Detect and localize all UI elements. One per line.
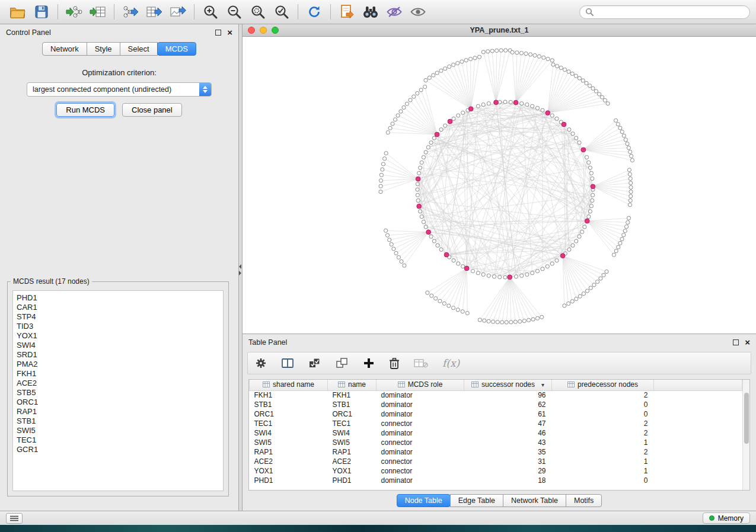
close-panel-button[interactable]: Close panel [122,103,182,117]
table-row[interactable]: SWI4SWI4dominator462 [250,428,742,438]
tab-select[interactable]: Select [120,42,158,56]
mcds-result-item[interactable]: TEC1 [17,435,219,445]
tab-node-table[interactable]: Node Table [397,494,451,507]
mcds-result-item[interactable]: PHD1 [17,293,219,303]
scrollbar-thumb[interactable] [744,393,749,444]
import-table-button[interactable] [86,2,110,22]
mcds-result-item[interactable]: STB1 [17,416,219,426]
gear-icon [255,357,267,369]
deselect-all-button[interactable] [336,354,349,372]
refresh-button[interactable] [302,2,326,22]
tab-edge-table[interactable]: Edge Table [450,494,503,507]
clone-network-button[interactable] [335,2,359,22]
zoom-in-button[interactable] [199,2,222,22]
zoom-out-icon [227,4,242,20]
panel-splitter[interactable] [238,24,243,511]
table-header-row: shared namenameMCDS rolesuccessor nodes▾… [250,380,742,390]
mcds-result-item[interactable]: ACE2 [17,379,219,388]
table-row[interactable]: FKH1FKH1dominator962 [250,390,742,400]
network-graph[interactable] [243,37,756,334]
mcds-result-item[interactable]: ORC1 [17,398,219,407]
clone-network-icon [340,4,354,20]
splitter-collapse-icons[interactable] [239,264,241,275]
close-table-panel-icon[interactable]: × [745,339,750,345]
zoom-out-button[interactable] [222,2,246,22]
mcds-result-item[interactable]: GCR1 [17,445,219,454]
mcds-result-item[interactable]: YOX1 [17,331,219,341]
table-row[interactable]: TEC1TEC1connector472 [250,419,742,428]
delete-column-button[interactable] [389,354,400,372]
float-table-panel-icon[interactable] [733,339,739,345]
network-window-title: YPA_prune.txt_1 [470,26,528,34]
status-bar: Memory [0,511,756,525]
search-input[interactable] [596,8,744,16]
trash-icon [389,357,400,370]
run-mcds-button[interactable]: Run MCDS [56,103,114,117]
table-settings-button[interactable] [255,354,267,372]
show-all-button[interactable] [406,2,430,22]
add-column-button[interactable] [363,354,375,372]
table-row[interactable]: PHD1PHD1dominator180 [250,476,742,485]
mcds-result-item[interactable]: SWI5 [17,426,219,435]
table-row[interactable]: ORC1ORC1dominator610 [250,409,742,419]
mcds-result-item[interactable]: RAP1 [17,407,219,416]
column-header-predecessor-nodes[interactable]: predecessor nodes [552,380,654,390]
open-file-button[interactable] [6,2,30,22]
zoom-fit-button[interactable] [246,2,270,22]
tab-motifs[interactable]: Motifs [566,494,602,507]
search-input-container[interactable] [579,5,750,19]
optimization-criterion-select[interactable]: largest connected component (undirected) [27,82,212,97]
table-row[interactable]: SWI5SWI5connector431 [250,438,742,447]
mcds-result-item[interactable]: STP4 [17,312,219,322]
network-window-titlebar: YPA_prune.txt_1 [243,24,756,37]
memory-button-label: Memory [718,514,744,523]
mcds-result-item[interactable]: FKH1 [17,369,219,379]
table-row[interactable]: YOX1YOX1connector291 [250,466,742,476]
network-canvas[interactable] [243,37,756,334]
float-panel-icon[interactable] [215,30,221,36]
import-network-button[interactable] [62,2,86,22]
mcds-result-item[interactable]: SWI4 [17,341,219,350]
zoom-selected-button[interactable] [270,2,294,22]
table-row[interactable]: ACE2ACE2connector311 [250,457,742,466]
table-scrollbar[interactable] [742,380,749,490]
window-minimize-icon[interactable] [260,27,267,34]
function-builder-button[interactable]: f(x) [442,354,460,372]
select-all-button[interactable] [308,354,321,372]
table-row[interactable]: STB1STB1dominator620 [250,400,742,409]
tab-network-table[interactable]: Network Table [503,494,566,507]
mcds-result-item[interactable]: CAR1 [17,303,219,312]
mcds-result-item[interactable]: STB5 [17,388,219,398]
search-network-button[interactable] [359,2,382,22]
mcds-result-list[interactable]: PHD1CAR1STP4TID3YOX1SWI4SRD1PMA2FKH1ACE2… [12,290,224,491]
table-panel-tabs: Node Table Edge Table Network Table Moti… [243,494,756,507]
tab-mcds[interactable]: MCDS [157,42,196,56]
show-columns-button[interactable] [281,354,294,372]
window-zoom-icon[interactable] [272,27,279,34]
tab-style[interactable]: Style [87,42,120,56]
export-table-button[interactable] [142,2,166,22]
close-panel-icon[interactable]: × [227,30,232,36]
save-button[interactable] [30,2,53,22]
dropdown-arrows-icon [199,83,211,96]
column-header-shared-name[interactable]: shared name [250,380,328,390]
hide-selected-button[interactable] [382,2,406,22]
table-row[interactable]: RAP1RAP1dominator352 [250,447,742,457]
import-network-icon [66,5,82,19]
export-network-icon [122,5,139,19]
mcds-result-item[interactable]: PMA2 [17,360,219,369]
window-close-icon[interactable] [248,27,255,34]
column-header-successor-nodes[interactable]: successor nodes▾ [464,380,552,390]
column-header-MCDS-role[interactable]: MCDS role [377,380,464,390]
export-network-button[interactable] [119,2,142,22]
optimization-criterion-label: Optimization criterion: [0,68,238,77]
export-image-button[interactable] [166,2,190,22]
view-mode-button[interactable] [6,513,23,524]
column-header-filler [654,380,742,390]
tab-network[interactable]: Network [42,42,87,56]
memory-button[interactable]: Memory [703,512,750,524]
select-all-icon [308,357,321,369]
column-header-name[interactable]: name [328,380,377,390]
mcds-result-item[interactable]: SRD1 [17,350,219,360]
mcds-result-item[interactable]: TID3 [17,322,219,331]
